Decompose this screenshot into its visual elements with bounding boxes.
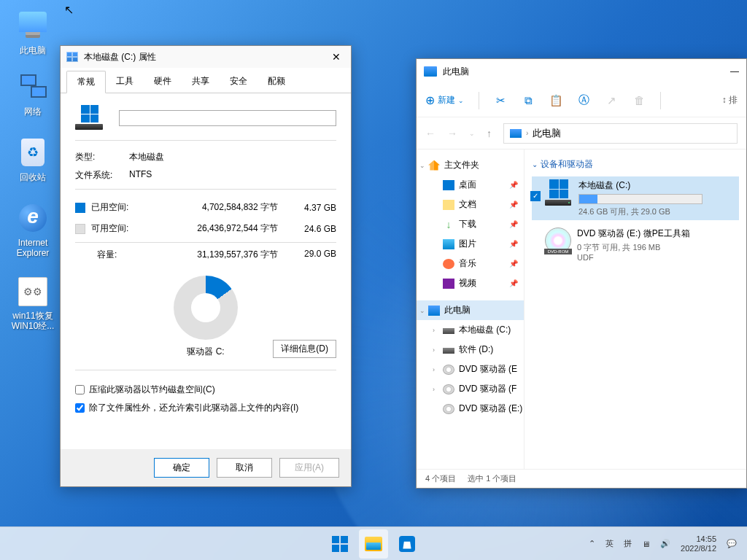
tab-quota[interactable]: 配额 — [258, 71, 295, 93]
item-count: 4 个项目 — [425, 473, 456, 484]
window-icon — [424, 66, 437, 77]
compress-checkbox[interactable]: 压缩此驱动器以节约磁盘空间(C) — [75, 381, 336, 399]
minimize-button[interactable]: — — [730, 66, 739, 77]
copy-icon[interactable]: ⧉ — [522, 94, 535, 107]
tree-music[interactable]: 音乐📌 — [417, 254, 524, 273]
tab-general[interactable]: 常规 — [66, 71, 106, 93]
dialog-title: 本地磁盘 (C:) 属性 — [84, 51, 156, 63]
tree-dvd-e2[interactable]: DVD 驱动器 (E:) — [417, 399, 524, 419]
checkbox-icon[interactable] — [530, 191, 541, 201]
desktop-icon-thispc[interactable]: 此电脑 — [7, 7, 58, 55]
tree-home[interactable]: ⌄主文件夹 — [417, 155, 524, 175]
tree-dvd-f[interactable]: ›DVD 驱动器 (F — [417, 379, 524, 399]
rename-icon[interactable]: Ⓐ — [577, 94, 590, 107]
tree-videos[interactable]: 视频📌 — [417, 273, 524, 293]
selection-count: 选中 1 个项目 — [468, 473, 516, 484]
capacity-label: 容量: — [97, 249, 147, 261]
tray-chevron-icon[interactable]: ⌃ — [589, 539, 595, 548]
dialog-titlebar[interactable]: 本地磁盘 (C:) 属性 ✕ — [61, 46, 351, 68]
explorer-content: 设备和驱动器 本地磁盘 (C:) 24.6 GB 可用, 共 29.0 GB — [525, 149, 746, 469]
tree-drive-d[interactable]: ›软件 (D:) — [417, 340, 524, 359]
start-button[interactable] — [325, 529, 355, 559]
tree-thispc[interactable]: ⌄此电脑 — [417, 300, 524, 320]
label: 网络 — [7, 106, 58, 117]
window-title: 此电脑 — [443, 66, 469, 78]
tab-sharing[interactable]: 共享 — [182, 71, 220, 93]
index-checkbox[interactable]: 除了文件属性外，还允许索引此驱动器上文件的内容(I) — [75, 399, 336, 417]
label: win11恢复WIN10经... — [7, 311, 58, 331]
taskbar-store[interactable] — [392, 529, 422, 559]
tab-tools[interactable]: 工具 — [106, 71, 144, 93]
desktop-icon-recycle[interactable]: 回收站 — [7, 139, 58, 182]
label: 此电脑 — [7, 45, 58, 55]
system-tray: ⌃ 英 拼 🖥 🔊 14:55 2022/8/12 💬 — [589, 534, 747, 553]
tree-documents[interactable]: 文档📌 — [417, 195, 524, 214]
explorer-window: 此电脑 — 新建 ⌄ ✂ ⧉ 📋 Ⓐ ↗ 🗑 ↕ 排 ← → ⌄ ↑ › 此 — [416, 58, 747, 489]
section-devices[interactable]: 设备和驱动器 — [532, 158, 739, 171]
tab-security[interactable]: 安全 — [220, 71, 258, 93]
back-button[interactable]: ← — [425, 128, 436, 139]
ime-indicator[interactable]: 英 — [605, 538, 614, 549]
tree-drive-c[interactable]: ›本地磁盘 (C:) — [417, 320, 524, 340]
nav-chevron[interactable]: ⌄ — [469, 130, 475, 137]
tree-desktop[interactable]: 桌面📌 — [417, 175, 524, 195]
desktop-icon-script[interactable]: win11恢复WIN10经... — [7, 277, 58, 331]
fs-label: 文件系统: — [75, 169, 129, 182]
usage-donut — [174, 276, 238, 340]
tab-hardware[interactable]: 硬件 — [144, 71, 182, 93]
drive-name: DVD 驱动器 (E:) 微PE工具箱 — [577, 228, 736, 240]
address-bar[interactable]: › 此电脑 — [503, 123, 738, 144]
ime-mode[interactable]: 拼 — [624, 538, 632, 549]
desktop-icon-ie[interactable]: InternetExplorer — [7, 204, 58, 258]
ok-button[interactable]: 确定 — [154, 458, 209, 478]
drive-sub: 24.6 GB 可用, 共 29.0 GB — [578, 206, 736, 217]
cancel-button[interactable]: 取消 — [217, 458, 272, 478]
type-label: 类型: — [75, 151, 129, 163]
drive-icon — [75, 105, 104, 131]
desktop-icon-network[interactable]: 网络 — [7, 73, 58, 117]
up-button[interactable]: ↑ — [487, 128, 492, 139]
drive-icon — [66, 52, 78, 62]
label: InternetExplorer — [7, 238, 58, 258]
drive-fs: UDF — [577, 253, 736, 262]
status-bar: 4 个项目 选中 1 个项目 — [417, 469, 746, 488]
free-label: 可用空间: — [91, 222, 141, 235]
sort-button[interactable]: ↕ 排 — [722, 94, 738, 106]
address-text: 此电脑 — [533, 127, 561, 140]
drive-icon — [545, 179, 573, 207]
tree-dvd-e[interactable]: ›DVD 驱动器 (E — [417, 359, 524, 379]
paste-icon[interactable]: 📋 — [549, 94, 562, 107]
used-bytes: 4,702,584,832 字节 — [141, 201, 293, 214]
notifications-icon[interactable]: 💬 — [727, 539, 737, 548]
pc-icon — [510, 129, 522, 138]
cut-icon[interactable]: ✂ — [494, 94, 507, 107]
share-icon[interactable]: ↗ — [605, 94, 618, 107]
drive-c-item[interactable]: 本地磁盘 (C:) 24.6 GB 可用, 共 29.0 GB — [532, 176, 739, 220]
taskbar-explorer[interactable] — [359, 529, 388, 559]
tree-pictures[interactable]: 图片📌 — [417, 234, 524, 254]
fs-value: NTFS — [129, 169, 152, 182]
close-button[interactable]: ✕ — [328, 51, 345, 63]
used-swatch — [75, 203, 85, 213]
free-bytes: 26,436,972,544 字节 — [141, 222, 293, 235]
used-gb: 4.37 GB — [293, 203, 336, 213]
volume-icon[interactable]: 🔊 — [660, 539, 670, 548]
new-button[interactable]: 新建 ⌄ — [425, 93, 464, 107]
details-button[interactable]: 详细信息(D) — [273, 340, 336, 358]
usage-bar — [578, 194, 703, 204]
network-icon[interactable]: 🖥 — [642, 540, 650, 548]
tab-strip: 常规 工具 硬件 共享 安全 配额 — [61, 68, 351, 93]
dvd-e-item[interactable]: DVD 驱动器 (E:) 微PE工具箱 0 字节 可用, 共 196 MB UD… — [532, 225, 739, 265]
label: 回收站 — [7, 172, 58, 182]
clock[interactable]: 14:55 2022/8/12 — [681, 534, 716, 553]
explorer-toolbar: 新建 ⌄ ✂ ⧉ 📋 Ⓐ ↗ 🗑 ↕ 排 — [417, 84, 746, 117]
explorer-titlebar[interactable]: 此电脑 — — [417, 59, 746, 84]
capacity-gb: 29.0 GB — [293, 249, 336, 261]
drive-label-input[interactable] — [119, 110, 336, 126]
tree-downloads[interactable]: ↓下载📌 — [417, 214, 524, 234]
forward-button[interactable]: → — [447, 128, 457, 139]
apply-button[interactable]: 应用(A) — [279, 458, 339, 478]
delete-icon[interactable]: 🗑 — [632, 94, 646, 107]
capacity-bytes: 31,139,557,376 字节 — [147, 249, 293, 261]
used-label: 已用空间: — [91, 201, 141, 214]
